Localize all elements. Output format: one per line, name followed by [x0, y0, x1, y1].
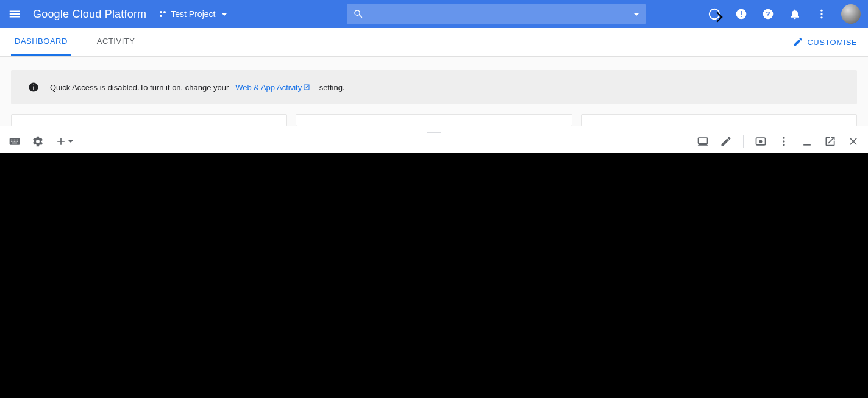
- search-icon: [353, 9, 364, 20]
- project-name: Test Project: [171, 9, 215, 19]
- svg-rect-11: [33, 85, 34, 86]
- project-dots-icon: [160, 11, 166, 17]
- cloud-shell-toolbar: [0, 129, 868, 153]
- svg-rect-2: [741, 11, 742, 15]
- open-in-new-icon[interactable]: [824, 135, 836, 147]
- svg-point-14: [783, 137, 784, 138]
- minimize-icon[interactable]: [801, 135, 813, 147]
- search-dropdown-icon[interactable]: [633, 13, 639, 16]
- project-selector[interactable]: Test Project: [160, 9, 227, 19]
- plus-icon: [55, 135, 67, 147]
- svg-point-0: [710, 9, 720, 20]
- product-name[interactable]: Google Cloud Platform: [33, 8, 146, 21]
- keyboard-icon[interactable]: [9, 135, 21, 147]
- cards-row: [11, 114, 857, 126]
- svg-point-6: [820, 10, 822, 12]
- web-app-activity-link[interactable]: Web & App Activity: [235, 83, 310, 92]
- svg-point-16: [783, 144, 784, 146]
- top-header: Google Cloud Platform Test Project ?: [0, 0, 868, 28]
- tab-dashboard[interactable]: DASHBOARD: [11, 28, 71, 56]
- svg-point-7: [820, 13, 822, 15]
- settings-icon[interactable]: [32, 135, 44, 147]
- pencil-icon: [792, 37, 803, 48]
- svg-rect-10: [33, 87, 34, 90]
- customise-label: CUSTOMISE: [807, 38, 857, 47]
- edit-icon[interactable]: [720, 135, 732, 147]
- svg-rect-3: [741, 16, 742, 17]
- tab-bar: DASHBOARD ACTIVITY CUSTOMISE: [0, 28, 868, 57]
- svg-text:?: ?: [766, 10, 770, 18]
- header-right: ?: [707, 4, 861, 24]
- dashboard-card: [11, 114, 287, 126]
- alert-icon[interactable]: [734, 7, 749, 21]
- menu-icon[interactable]: [7, 7, 22, 21]
- add-tab-button[interactable]: [55, 135, 73, 147]
- quick-access-banner: Quick Access is disabled.To turn it on, …: [11, 70, 857, 104]
- info-icon: [28, 82, 39, 93]
- more-vert-icon[interactable]: [814, 7, 829, 21]
- more-vert-icon[interactable]: [778, 135, 790, 147]
- svg-rect-17: [803, 144, 811, 146]
- divider: [743, 135, 744, 148]
- banner-prefix: Quick Access is disabled.To turn it on, …: [50, 83, 229, 92]
- svg-point-8: [820, 16, 822, 18]
- content-area: Quick Access is disabled.To turn it on, …: [0, 57, 868, 126]
- customise-button[interactable]: CUSTOMISE: [792, 28, 857, 56]
- caret-down-icon: [68, 140, 73, 143]
- banner-link-label: Web & App Activity: [235, 83, 302, 92]
- notifications-icon[interactable]: [788, 7, 802, 21]
- dashboard-card: [296, 114, 572, 126]
- external-link-icon: [303, 84, 310, 91]
- avatar[interactable]: [841, 4, 861, 24]
- laptop-icon[interactable]: [697, 135, 709, 147]
- svg-point-15: [783, 140, 784, 142]
- caret-down-icon: [221, 13, 227, 16]
- svg-point-13: [760, 140, 763, 143]
- help-icon[interactable]: ?: [761, 7, 775, 21]
- cloud-shell-icon[interactable]: [707, 7, 722, 21]
- preview-icon[interactable]: [755, 135, 767, 147]
- cloud-shell-terminal[interactable]: [0, 153, 868, 398]
- search-bar[interactable]: [347, 4, 646, 24]
- drag-handle[interactable]: [427, 132, 441, 133]
- dashboard-card: [581, 114, 857, 126]
- search-input[interactable]: [370, 9, 627, 19]
- banner-suffix: setting.: [319, 83, 345, 92]
- close-icon[interactable]: [847, 135, 859, 147]
- tab-activity[interactable]: ACTIVITY: [93, 28, 139, 56]
